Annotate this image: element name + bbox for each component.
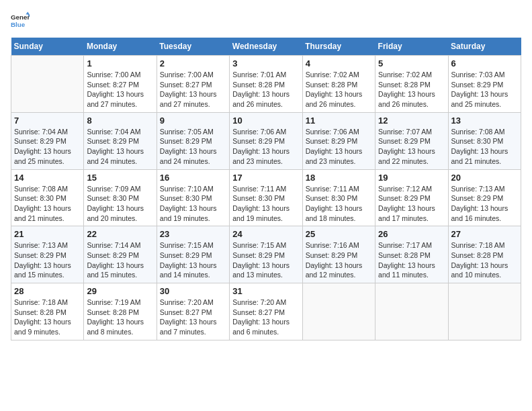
day-number: 13 bbox=[451, 116, 518, 126]
day-info: Sunrise: 7:03 AM Sunset: 8:29 PM Dayligh… bbox=[451, 70, 518, 109]
day-info: Sunrise: 7:09 AM Sunset: 8:30 PM Dayligh… bbox=[87, 184, 153, 224]
day-info: Sunrise: 7:06 AM Sunset: 8:29 PM Dayligh… bbox=[232, 127, 299, 167]
day-number: 19 bbox=[378, 173, 445, 183]
day-cell-2: 2Sunrise: 7:00 AM Sunset: 8:27 PM Daylig… bbox=[157, 56, 229, 113]
day-number: 11 bbox=[306, 116, 372, 126]
day-cell-16: 16Sunrise: 7:10 AM Sunset: 8:30 PM Dayli… bbox=[157, 169, 229, 226]
day-number: 10 bbox=[232, 116, 299, 126]
empty-cell bbox=[302, 283, 375, 340]
day-number: 4 bbox=[306, 58, 372, 68]
day-number: 20 bbox=[451, 173, 518, 183]
calendar-week-1: 1Sunrise: 7:00 AM Sunset: 8:27 PM Daylig… bbox=[11, 56, 521, 113]
day-number: 28 bbox=[14, 286, 81, 296]
day-number: 3 bbox=[232, 58, 299, 68]
day-number: 22 bbox=[87, 229, 153, 239]
svg-text:Blue: Blue bbox=[11, 21, 26, 28]
day-number: 27 bbox=[451, 229, 518, 239]
day-info: Sunrise: 7:16 AM Sunset: 8:29 PM Dayligh… bbox=[306, 240, 372, 280]
day-cell-9: 9Sunrise: 7:05 AM Sunset: 8:29 PM Daylig… bbox=[157, 112, 229, 169]
day-number: 17 bbox=[232, 173, 299, 183]
day-info: Sunrise: 7:12 AM Sunset: 8:29 PM Dayligh… bbox=[378, 184, 445, 224]
day-cell-6: 6Sunrise: 7:03 AM Sunset: 8:29 PM Daylig… bbox=[448, 56, 521, 113]
day-cell-1: 1Sunrise: 7:00 AM Sunset: 8:27 PM Daylig… bbox=[84, 56, 157, 113]
day-cell-8: 8Sunrise: 7:04 AM Sunset: 8:29 PM Daylig… bbox=[84, 112, 157, 169]
day-number: 24 bbox=[232, 229, 299, 239]
calendar-header-row: SundayMondayTuesdayWednesdayThursdayFrid… bbox=[11, 38, 521, 56]
day-number: 18 bbox=[306, 173, 372, 183]
day-info: Sunrise: 7:17 AM Sunset: 8:28 PM Dayligh… bbox=[378, 240, 445, 280]
col-header-thursday: Thursday bbox=[302, 38, 375, 56]
day-cell-23: 23Sunrise: 7:15 AM Sunset: 8:29 PM Dayli… bbox=[157, 226, 229, 283]
empty-cell bbox=[375, 283, 448, 340]
day-number: 2 bbox=[160, 58, 226, 68]
day-cell-31: 31Sunrise: 7:20 AM Sunset: 8:27 PM Dayli… bbox=[230, 283, 302, 340]
day-info: Sunrise: 7:02 AM Sunset: 8:28 PM Dayligh… bbox=[306, 70, 372, 109]
day-info: Sunrise: 7:13 AM Sunset: 8:29 PM Dayligh… bbox=[14, 240, 81, 280]
day-cell-27: 27Sunrise: 7:18 AM Sunset: 8:28 PM Dayli… bbox=[448, 226, 521, 283]
day-info: Sunrise: 7:02 AM Sunset: 8:28 PM Dayligh… bbox=[378, 70, 445, 109]
day-cell-30: 30Sunrise: 7:20 AM Sunset: 8:27 PM Dayli… bbox=[157, 283, 229, 340]
col-header-saturday: Saturday bbox=[448, 38, 521, 56]
day-number: 26 bbox=[378, 229, 445, 239]
calendar-week-3: 14Sunrise: 7:08 AM Sunset: 8:30 PM Dayli… bbox=[11, 169, 521, 226]
day-info: Sunrise: 7:11 AM Sunset: 8:30 PM Dayligh… bbox=[306, 184, 372, 224]
day-cell-26: 26Sunrise: 7:17 AM Sunset: 8:28 PM Dayli… bbox=[375, 226, 448, 283]
day-info: Sunrise: 7:13 AM Sunset: 8:29 PM Dayligh… bbox=[451, 184, 518, 224]
day-info: Sunrise: 7:19 AM Sunset: 8:28 PM Dayligh… bbox=[87, 298, 153, 337]
col-header-wednesday: Wednesday bbox=[230, 38, 302, 56]
day-cell-21: 21Sunrise: 7:13 AM Sunset: 8:29 PM Dayli… bbox=[11, 226, 84, 283]
day-cell-25: 25Sunrise: 7:16 AM Sunset: 8:29 PM Dayli… bbox=[302, 226, 375, 283]
day-info: Sunrise: 7:15 AM Sunset: 8:29 PM Dayligh… bbox=[232, 240, 299, 280]
day-info: Sunrise: 7:00 AM Sunset: 8:27 PM Dayligh… bbox=[87, 70, 153, 109]
day-cell-19: 19Sunrise: 7:12 AM Sunset: 8:29 PM Dayli… bbox=[375, 169, 448, 226]
day-cell-20: 20Sunrise: 7:13 AM Sunset: 8:29 PM Dayli… bbox=[448, 169, 521, 226]
day-number: 1 bbox=[87, 58, 153, 68]
page-header: General Blue bbox=[11, 11, 521, 30]
day-cell-13: 13Sunrise: 7:08 AM Sunset: 8:30 PM Dayli… bbox=[448, 112, 521, 169]
calendar-table: SundayMondayTuesdayWednesdayThursdayFrid… bbox=[11, 38, 521, 340]
calendar-week-5: 28Sunrise: 7:18 AM Sunset: 8:28 PM Dayli… bbox=[11, 283, 521, 340]
day-info: Sunrise: 7:00 AM Sunset: 8:27 PM Dayligh… bbox=[160, 70, 226, 109]
day-number: 30 bbox=[160, 286, 226, 296]
day-number: 5 bbox=[378, 58, 445, 68]
day-info: Sunrise: 7:01 AM Sunset: 8:28 PM Dayligh… bbox=[232, 70, 299, 109]
logo-icon: General Blue bbox=[11, 11, 30, 30]
day-cell-7: 7Sunrise: 7:04 AM Sunset: 8:29 PM Daylig… bbox=[11, 112, 84, 169]
calendar-week-4: 21Sunrise: 7:13 AM Sunset: 8:29 PM Dayli… bbox=[11, 226, 521, 283]
day-number: 9 bbox=[160, 116, 226, 126]
day-number: 25 bbox=[306, 229, 372, 239]
logo: General Blue bbox=[11, 11, 34, 30]
day-cell-12: 12Sunrise: 7:07 AM Sunset: 8:29 PM Dayli… bbox=[375, 112, 448, 169]
day-cell-22: 22Sunrise: 7:14 AM Sunset: 8:29 PM Dayli… bbox=[84, 226, 157, 283]
day-info: Sunrise: 7:08 AM Sunset: 8:30 PM Dayligh… bbox=[451, 127, 518, 167]
day-number: 12 bbox=[378, 116, 445, 126]
day-info: Sunrise: 7:04 AM Sunset: 8:29 PM Dayligh… bbox=[87, 127, 153, 167]
day-cell-28: 28Sunrise: 7:18 AM Sunset: 8:28 PM Dayli… bbox=[11, 283, 84, 340]
day-number: 7 bbox=[14, 116, 81, 126]
day-number: 23 bbox=[160, 229, 226, 239]
col-header-sunday: Sunday bbox=[11, 38, 84, 56]
day-info: Sunrise: 7:14 AM Sunset: 8:29 PM Dayligh… bbox=[87, 240, 153, 280]
day-number: 8 bbox=[87, 116, 153, 126]
day-info: Sunrise: 7:06 AM Sunset: 8:29 PM Dayligh… bbox=[306, 127, 372, 167]
day-number: 6 bbox=[451, 58, 518, 68]
day-number: 15 bbox=[87, 173, 153, 183]
day-info: Sunrise: 7:08 AM Sunset: 8:30 PM Dayligh… bbox=[14, 184, 81, 224]
day-info: Sunrise: 7:10 AM Sunset: 8:30 PM Dayligh… bbox=[160, 184, 226, 224]
day-info: Sunrise: 7:18 AM Sunset: 8:28 PM Dayligh… bbox=[451, 240, 518, 280]
col-header-friday: Friday bbox=[375, 38, 448, 56]
day-info: Sunrise: 7:05 AM Sunset: 8:29 PM Dayligh… bbox=[160, 127, 226, 167]
calendar-week-2: 7Sunrise: 7:04 AM Sunset: 8:29 PM Daylig… bbox=[11, 112, 521, 169]
day-cell-24: 24Sunrise: 7:15 AM Sunset: 8:29 PM Dayli… bbox=[230, 226, 302, 283]
day-cell-18: 18Sunrise: 7:11 AM Sunset: 8:30 PM Dayli… bbox=[302, 169, 375, 226]
day-info: Sunrise: 7:15 AM Sunset: 8:29 PM Dayligh… bbox=[160, 240, 226, 280]
day-number: 31 bbox=[232, 286, 299, 296]
col-header-monday: Monday bbox=[84, 38, 157, 56]
day-info: Sunrise: 7:18 AM Sunset: 8:28 PM Dayligh… bbox=[14, 298, 81, 337]
day-cell-11: 11Sunrise: 7:06 AM Sunset: 8:29 PM Dayli… bbox=[302, 112, 375, 169]
day-cell-14: 14Sunrise: 7:08 AM Sunset: 8:30 PM Dayli… bbox=[11, 169, 84, 226]
day-cell-10: 10Sunrise: 7:06 AM Sunset: 8:29 PM Dayli… bbox=[230, 112, 302, 169]
day-info: Sunrise: 7:11 AM Sunset: 8:30 PM Dayligh… bbox=[232, 184, 299, 224]
day-cell-3: 3Sunrise: 7:01 AM Sunset: 8:28 PM Daylig… bbox=[230, 56, 302, 113]
day-info: Sunrise: 7:04 AM Sunset: 8:29 PM Dayligh… bbox=[14, 127, 81, 167]
